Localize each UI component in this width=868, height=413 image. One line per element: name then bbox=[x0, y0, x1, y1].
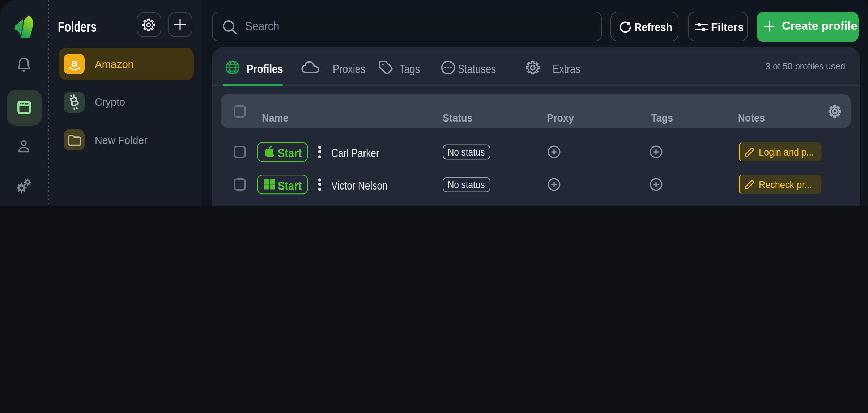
svg-text:a: a bbox=[71, 57, 77, 68]
